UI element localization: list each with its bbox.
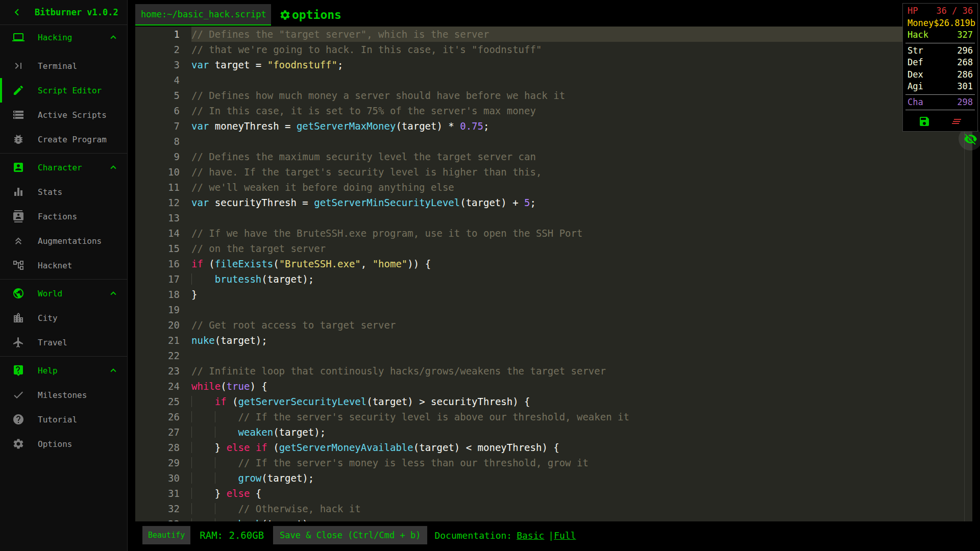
- stat-label: Money: [908, 17, 934, 30]
- code-text: // that we're going to hack. In this cas…: [191, 42, 972, 57]
- sidebar-section-hacking[interactable]: Hacking: [0, 25, 127, 49]
- line-number: 18: [135, 287, 180, 302]
- sidebar-item-city[interactable]: City: [0, 306, 127, 330]
- editor-options-button[interactable]: options: [279, 4, 341, 26]
- line-number: 21: [135, 333, 180, 348]
- code-line[interactable]: 31 } else {: [135, 486, 972, 501]
- sidebar-item-label: Create Program: [38, 135, 107, 144]
- code-line[interactable]: 32 // Otherwise, hack it: [135, 501, 972, 516]
- code-text: var securityThresh = getServerMinSecurit…: [191, 195, 972, 210]
- sidebar-item-label: Augmentations: [38, 236, 102, 246]
- code-line[interactable]: 20// Get root access to target server: [135, 317, 972, 333]
- code-line[interactable]: 18}: [135, 287, 972, 302]
- save-game-icon[interactable]: [918, 115, 930, 128]
- code-text: grow(target);: [191, 470, 972, 486]
- sidebar-section-world[interactable]: World: [0, 281, 127, 306]
- sidebar-item-label: Tutorial: [38, 415, 77, 424]
- editor-tab-label: home:~/basic_hack.script: [141, 9, 266, 19]
- sidebar-section-label: Character: [38, 163, 82, 172]
- sidebar-item-travel[interactable]: Travel: [0, 330, 127, 355]
- code-line[interactable]: 19: [135, 302, 972, 317]
- code-line[interactable]: 9// Defines the maximum security level t…: [135, 149, 972, 164]
- sidebar-item-hacknet[interactable]: Hacknet: [0, 253, 127, 278]
- code-line[interactable]: 17 brutessh(target);: [135, 271, 972, 287]
- line-number: 19: [135, 302, 180, 317]
- code-text: [191, 302, 972, 317]
- sidebar-item-tutorial[interactable]: Tutorial: [0, 407, 127, 432]
- stat-label: Cha: [908, 96, 923, 109]
- code-line[interactable]: 25 if (getServerSecurityLevel(target) > …: [135, 394, 972, 409]
- code-line[interactable]: 22: [135, 348, 972, 363]
- stats-overview-panel: HP36 / 36Money$26.819bHack327Str296Def26…: [902, 3, 978, 132]
- overview-divider: [905, 94, 975, 95]
- sidebar-item-label: Travel: [38, 338, 67, 347]
- code-line[interactable]: 14// If we have the BruteSSH.exe program…: [135, 226, 972, 241]
- code-text: } else {: [191, 486, 972, 501]
- code-line[interactable]: 6// In this case, it is set to 75% of th…: [135, 103, 972, 118]
- save-close-button[interactable]: Save & Close (Ctrl/Cmd + b): [273, 526, 427, 544]
- kill-scripts-icon[interactable]: [950, 115, 963, 128]
- chevron-up-icon: [108, 32, 119, 43]
- code-line[interactable]: 33 hack(target);: [135, 516, 972, 521]
- sidebar-item-milestones[interactable]: Milestones: [0, 383, 127, 407]
- code-line[interactable]: 27 weaken(target);: [135, 424, 972, 440]
- code-text: nuke(target);: [191, 333, 972, 348]
- code-line[interactable]: 2// that we're going to hack. In this ca…: [135, 42, 972, 57]
- code-line[interactable]: 26 // If the server's security level is …: [135, 409, 972, 424]
- code-line[interactable]: 28 } else if (getServerMoneyAvailable(ta…: [135, 440, 972, 455]
- sidebar-item-label: Script Editor: [38, 86, 102, 95]
- documentation-links: Documentation: Basic | Full: [434, 530, 576, 541]
- line-number: 23: [135, 363, 180, 379]
- code-line[interactable]: 13: [135, 210, 972, 226]
- code-editor[interactable]: 1// Defines the "target server", which i…: [135, 27, 972, 521]
- code-line[interactable]: 3var target = "foodnstuff";: [135, 57, 972, 72]
- sidebar: Bitburner v1.0.2 HackingTerminalScript E…: [0, 0, 128, 551]
- code-text: // Defines how much money a server shoul…: [191, 88, 972, 103]
- sidebar-item-terminal[interactable]: Terminal: [0, 54, 127, 78]
- code-line[interactable]: 21nuke(target);: [135, 333, 972, 348]
- code-line[interactable]: 24while(true) {: [135, 379, 972, 394]
- code-line[interactable]: 12var securityThresh = getServerMinSecur…: [135, 195, 972, 210]
- sidebar-section-character[interactable]: Character: [0, 155, 127, 180]
- sidebar-item-stats[interactable]: Stats: [0, 180, 127, 204]
- code-line[interactable]: 29 // If the server's money is less than…: [135, 455, 972, 470]
- code-line[interactable]: 10// have. If the target's security leve…: [135, 164, 972, 180]
- line-number: 30: [135, 470, 180, 486]
- code-line[interactable]: 15// on the target server: [135, 241, 972, 256]
- sidebar-section-label: World: [38, 289, 62, 298]
- code-text: // Get root access to target server: [191, 317, 972, 333]
- airplane-icon: [12, 336, 24, 348]
- sidebar-item-script-editor[interactable]: Script Editor: [0, 78, 127, 103]
- line-number: 15: [135, 241, 180, 256]
- code-line[interactable]: 7var moneyThresh = getServerMaxMoney(tar…: [135, 118, 972, 134]
- code-text: if (getServerSecurityLevel(target) > sec…: [191, 394, 972, 409]
- chevron-up-icon: [108, 288, 119, 299]
- editor-tab-basic-hack-script[interactable]: home:~/basic_hack.script: [135, 4, 271, 26]
- sidebar-item-options[interactable]: Options: [0, 432, 127, 456]
- terminal-icon: [12, 60, 24, 72]
- beautify-button[interactable]: Beautify: [142, 526, 190, 544]
- documentation-basic-link[interactable]: Basic: [517, 530, 544, 541]
- editor-tabbar: home:~/basic_hack.script options: [135, 4, 341, 27]
- sidebar-section-help[interactable]: Help: [0, 358, 127, 383]
- code-text: var moneyThresh = getServerMaxMoney(targ…: [191, 118, 972, 134]
- stat-value: $26.819b: [934, 17, 975, 30]
- code-line[interactable]: 5// Defines how much money a server shou…: [135, 88, 972, 103]
- documentation-full-link[interactable]: Full: [554, 530, 576, 541]
- sidebar-item-factions[interactable]: Factions: [0, 204, 127, 229]
- code-line[interactable]: 8: [135, 134, 972, 149]
- code-line[interactable]: 23// Infinite loop that continously hack…: [135, 363, 972, 379]
- code-line[interactable]: 16if (fileExists("BruteSSH.exe", "home")…: [135, 256, 972, 271]
- code-line[interactable]: 30 grow(target);: [135, 470, 972, 486]
- line-number: 1: [135, 27, 180, 42]
- code-line[interactable]: 11// we'll weaken it before doing anythi…: [135, 180, 972, 195]
- sidebar-item-active-scripts[interactable]: Active Scripts: [0, 103, 127, 127]
- stat-value: 286: [957, 69, 973, 81]
- stat-label: Str: [908, 45, 923, 57]
- code-line[interactable]: 4: [135, 72, 972, 88]
- sidebar-item-create-program[interactable]: Create Program: [0, 127, 127, 152]
- collapse-sidebar-button[interactable]: [10, 6, 23, 19]
- code-line[interactable]: 1// Defines the "target server", which i…: [135, 27, 972, 42]
- code-text: [191, 210, 972, 226]
- sidebar-item-augmentations[interactable]: Augmentations: [0, 229, 127, 253]
